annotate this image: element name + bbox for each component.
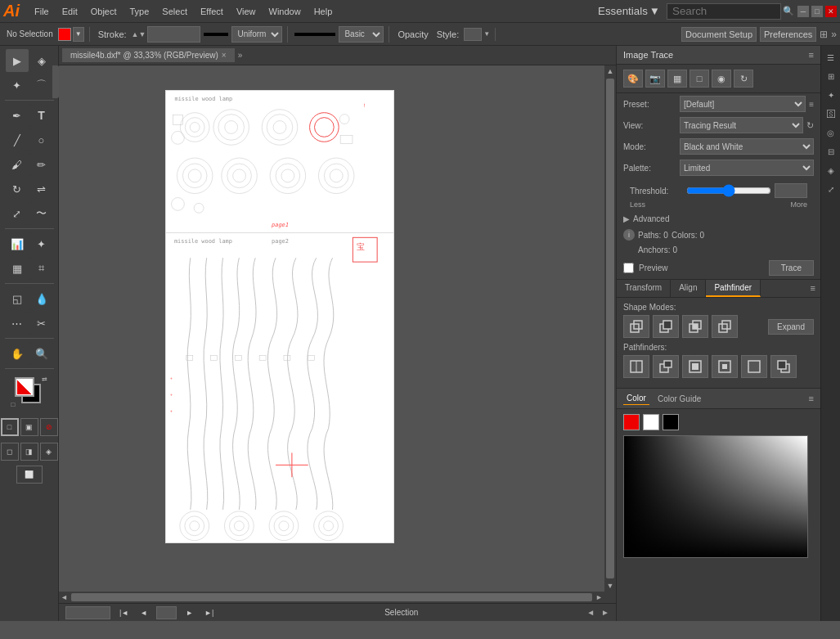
trace-button[interactable]: Trace [769,260,814,276]
mesh-tool[interactable]: ⌗ [30,257,53,280]
white-swatch[interactable] [643,414,659,430]
arrange-icon[interactable]: ⊞ [820,29,828,40]
preview-checkbox[interactable] [623,263,634,273]
document-setup-button[interactable]: Document Setup [681,27,757,42]
pencil-tool[interactable]: ✏ [30,153,53,176]
style-dropdown[interactable]: ▼ [483,30,490,38]
menu-help[interactable]: Help [308,3,339,20]
trim-button[interactable] [653,355,679,378]
trace-icon-4[interactable]: □ [690,70,709,88]
crop-button[interactable] [712,355,738,378]
menu-edit[interactable]: Edit [56,3,84,20]
stroke-up-icon[interactable]: ▲ [132,30,139,38]
pathfinder-strip-icon[interactable]: ◈ [823,162,839,178]
page-number-input[interactable]: 1 [156,606,177,619]
scissors-tool[interactable]: ✂ [30,312,53,335]
threshold-value[interactable]: 128 [775,183,807,198]
menu-view[interactable]: View [230,3,263,20]
palette-select[interactable]: Limited [680,160,814,176]
swap-colors-icon[interactable]: ⇄ [42,376,47,383]
default-colors-icon[interactable]: □ [11,401,16,408]
warp-tool[interactable]: 〜 [30,202,53,225]
prev-page-button[interactable]: ◄ [137,608,150,618]
scroll-right-button[interactable]: ► [594,592,604,603]
draw-behind-icon[interactable]: ◨ [20,443,38,461]
exclude-button[interactable] [712,315,738,338]
eyedropper-tool[interactable]: 💧 [30,287,53,310]
scroll-thumb-v[interactable] [606,79,614,578]
lasso-tool[interactable]: ⌒ [30,74,53,97]
line-tool[interactable]: ╱ [6,128,29,151]
color-guide-tab[interactable]: Color Guide [654,393,704,405]
panel-expand-handle[interactable] [52,65,59,98]
style-box[interactable] [464,28,482,41]
graphic-styles-icon[interactable]: 🅂 [823,106,839,122]
document-tab[interactable]: missile4b.dxf* @ 33,33% (RGB/Preview) × [62,48,235,62]
scroll-right-status[interactable]: ► [601,608,609,617]
menu-file[interactable]: File [28,3,56,20]
essentials-button[interactable]: Essentials ▼ [591,2,667,20]
uniform-select[interactable]: Uniform [231,26,282,43]
transform-strip-icon[interactable]: ⤢ [823,181,839,197]
minus-front-button[interactable] [653,315,679,338]
color-gradient-field[interactable] [623,435,808,558]
reflect-tool[interactable]: ⇌ [30,178,53,200]
align-tab[interactable]: Align [671,280,706,297]
threshold-slider[interactable] [686,184,771,197]
window-close-button[interactable]: ✕ [825,6,837,17]
pen-tool[interactable]: ✒ [6,104,29,127]
gradient-tool[interactable]: ◱ [6,287,29,310]
graph-tool[interactable]: 📊 [6,232,29,255]
merge-button[interactable] [682,355,708,378]
scale-tool[interactable]: ⤢ [6,202,29,225]
direct-selection-tool[interactable]: ◈ [30,49,53,72]
trace-icon-2[interactable]: 📷 [645,70,665,88]
last-page-button[interactable]: ►| [202,608,216,618]
vertical-scrollbar[interactable]: ▲ ▼ [604,65,616,592]
draw-inside-icon[interactable]: ◈ [40,443,58,461]
preset-menu-icon[interactable]: ≡ [809,100,814,109]
normal-mode-icon[interactable]: □ [1,418,19,436]
scroll-up-button[interactable]: ▲ [604,65,616,77]
align-strip-icon[interactable]: ⊟ [823,143,839,160]
stroke-value-input[interactable]: 0.7087 p [147,26,200,43]
ellipse-tool[interactable]: ○ [30,128,53,151]
preferences-button[interactable]: Preferences [760,27,816,42]
zoom-tool[interactable]: 🔍 [30,342,53,365]
search-input[interactable] [667,3,781,20]
appearance-icon[interactable]: ◎ [823,124,839,141]
hand-tool[interactable]: ✋ [6,342,29,365]
view-select[interactable]: Tracing Result [680,117,803,133]
scroll-thumb-h[interactable] [71,593,592,601]
symbols-icon[interactable]: ✦ [823,87,839,103]
color-menu-icon[interactable]: ≡ [809,394,814,403]
outline-button[interactable] [741,355,767,378]
tab-scroll-right[interactable]: » [238,51,243,60]
horizontal-scrollbar[interactable]: ◄ ► [59,592,604,603]
selection-tool[interactable]: ▶ [6,49,29,72]
more-options-icon[interactable]: » [831,29,837,40]
menu-select[interactable]: Select [155,3,194,20]
menu-object[interactable]: Object [84,3,124,20]
scroll-down-button[interactable]: ▼ [604,580,616,592]
scroll-left-button[interactable]: ◄ [59,592,70,603]
advanced-section[interactable]: ▶ Advanced [617,211,820,227]
intersect-button[interactable] [682,315,708,338]
trace-icon-6[interactable]: ↻ [734,70,753,88]
rotate-tool[interactable]: ↻ [6,178,29,200]
stroke-down-icon[interactable]: ▼ [138,30,146,38]
next-page-button[interactable]: ► [183,608,195,618]
refresh-button[interactable]: ↻ [806,120,814,131]
fill-color-box[interactable] [58,28,71,41]
trace-icon-5[interactable]: ◉ [712,70,731,88]
fill-dropdown[interactable]: ▼ [73,27,84,42]
trace-icon-1[interactable]: 🎨 [623,70,643,88]
mode-select[interactable]: Black and White [680,138,814,155]
artboards-icon[interactable]: ⊞ [823,68,839,84]
window-restore-button[interactable]: □ [811,6,823,17]
symbol-tool[interactable]: ✦ [30,232,53,255]
foreground-color-box[interactable] [15,377,34,397]
magic-wand-tool[interactable]: ✦ [6,74,29,97]
transform-tab[interactable]: Transform [617,280,671,297]
canvas-viewport[interactable]: missile wood lamp [59,65,616,603]
